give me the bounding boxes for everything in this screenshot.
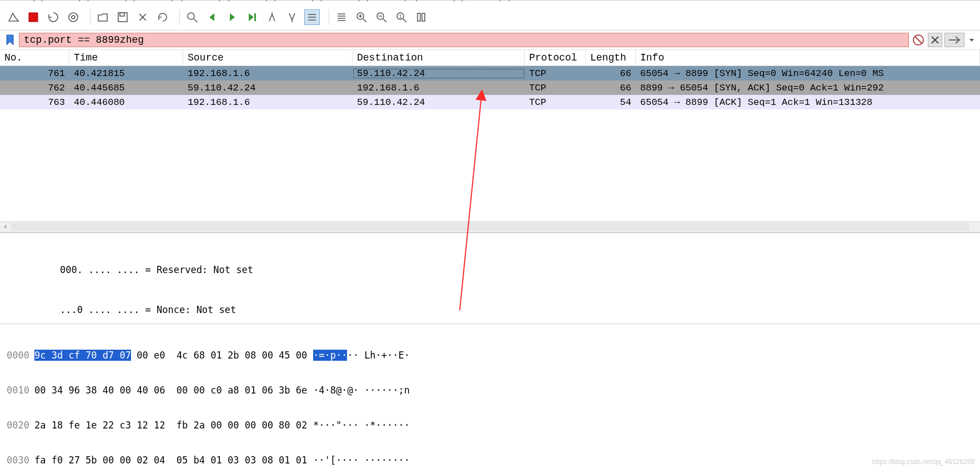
open-file-icon[interactable] [95,9,110,25]
hex-offset: 0020 [0,420,34,431]
filter-invalid-icon [911,33,926,47]
hex-offset: 0010 [0,385,34,396]
packet-list-scrollbar[interactable]: ‹ › [0,221,980,233]
resize-columns-icon[interactable] [414,9,429,25]
cell-info: 8899 → 65054 [SYN, ACK] Seq=0 Ack=1 Win=… [636,83,980,93]
svg-point-1 [69,13,78,22]
restart-capture-icon[interactable] [46,9,61,25]
hex-row[interactable]: 0030 fa f0 27 5b 00 00 02 04 05 b4 01 03… [0,455,980,466]
scroll-track[interactable] [11,223,969,231]
hex-row[interactable]: 0000 9c 3d cf 70 d7 07 00 e0 4c 68 01 2b… [0,350,980,361]
detail-line[interactable]: ...0 .... .... = Nonce: Not set [0,303,980,316]
filter-clear-icon[interactable] [928,33,942,47]
svg-rect-4 [120,13,124,16]
capture-options-icon[interactable] [66,9,81,25]
go-forward-icon[interactable] [224,9,240,25]
cell-source: 192.168.1.6 [183,68,353,79]
cell-no: 763 [0,97,69,108]
zoom-reset-icon[interactable]: 1 [394,9,409,25]
column-no[interactable]: No. [0,50,69,65]
svg-point-2 [72,16,75,19]
packet-bytes-pane[interactable]: 0000 9c 3d cf 70 d7 07 00 e0 4c 68 01 2b… [0,324,980,469]
cell-source: 59.110.42.24 [183,83,353,93]
menu-analyze[interactable]: 分析(A) [243,1,278,3]
column-destination[interactable]: Destination [353,50,525,65]
menu-stats[interactable]: 统计(S) [289,1,324,3]
column-protocol[interactable]: Protocol [525,50,586,65]
display-filter-input[interactable] [19,33,909,47]
go-to-packet-icon[interactable] [244,9,260,25]
menu-capture[interactable]: 捕获(C) [195,1,231,3]
column-length[interactable]: Length [586,50,636,65]
cell-length: 66 [586,83,636,93]
cell-time: 40.445685 [69,83,183,93]
packet-row[interactable]: 762 40.445685 59.110.42.24 192.168.1.6 T… [0,80,980,95]
detail-line[interactable]: 000. .... .... = Reserved: Not set [0,263,980,276]
cell-time: 40.446080 [69,97,183,108]
svg-rect-0 [29,13,38,22]
packet-list-header: No. Time Source Destination Protocol Len… [0,50,980,66]
colorize-icon[interactable] [334,9,349,25]
zoom-in-icon[interactable] [354,9,369,25]
hex-ascii: ·=·p···· Lh·+··E· [306,350,410,361]
svg-rect-11 [418,13,420,21]
hex-bytes: 9c 3d cf 70 d7 07 00 e0 4c 68 01 2b 08 0… [34,350,306,361]
reload-icon[interactable] [155,9,170,25]
go-last-icon[interactable] [284,9,300,25]
menu-bar: 文件(F) 编辑(E) 视图(V) 跳转(G) 捕获(C) 分析(A) 统计(S… [0,1,980,5]
cell-protocol: TCP [525,83,586,93]
column-info[interactable]: Info [636,50,980,65]
scroll-left-icon[interactable]: ‹ [0,222,11,232]
menu-go[interactable]: 跳转(G) [148,1,184,3]
menu-edit[interactable]: 编辑(E) [56,1,91,3]
packet-list[interactable]: 761 40.421815 192.168.1.6 59.110.42.24 T… [0,66,980,221]
hex-ascii: ·4·8@·@· ······;n [306,385,410,396]
filter-apply-icon[interactable] [944,33,964,47]
cell-no: 762 [0,83,69,93]
cell-no: 761 [0,68,69,79]
cell-destination: 59.110.42.24 [353,68,525,79]
shark-fin-icon[interactable] [6,9,21,25]
close-file-icon[interactable] [135,9,150,25]
packet-row[interactable]: 763 40.446080 192.168.1.6 59.110.42.24 T… [0,95,980,109]
display-filter-bar [0,31,980,50]
cell-destination: 59.110.42.24 [353,97,525,108]
filter-bookmark-icon[interactable] [3,33,17,47]
go-first-icon[interactable] [264,9,280,25]
autoscroll-icon[interactable] [304,9,320,25]
menu-telephony[interactable]: 电话(Y) [335,1,370,3]
menu-wireless[interactable]: 无线(W) [381,1,420,3]
filter-dropdown-icon[interactable] [967,33,977,47]
menu-help[interactable]: 帮助(H) [476,1,512,3]
menu-tools[interactable]: 工具(T) [430,1,465,3]
save-file-icon[interactable] [115,9,130,25]
svg-text:1: 1 [399,14,402,20]
cell-info: 65054 → 8899 [ACK] Seq=1 Ack=1 Win=13132… [636,97,980,108]
hex-offset: 0000 [0,350,34,361]
menu-file[interactable]: 文件(F) [10,1,44,3]
column-time[interactable]: Time [69,50,183,65]
zoom-out-icon[interactable] [374,9,389,25]
find-icon[interactable] [184,9,200,25]
cell-length: 54 [586,97,636,108]
hex-row[interactable]: 0010 00 34 96 38 40 00 40 06 00 00 c0 a8… [0,385,980,396]
hex-bytes: 00 34 96 38 40 00 40 06 00 00 c0 a8 01 0… [34,385,306,396]
hex-ascii: ··'[···· ········ [306,455,410,466]
hex-row[interactable]: 0020 2a 18 fe 1e 22 c3 12 12 fb 2a 00 00… [0,420,980,431]
svg-rect-6 [254,13,256,21]
hex-ascii: *···"··· ·*······ [306,420,410,431]
packet-row[interactable]: 761 40.421815 192.168.1.6 59.110.42.24 T… [0,66,980,80]
hex-bytes: 2a 18 fe 1e 22 c3 12 12 fb 2a 00 00 00 0… [34,420,306,431]
packet-details-pane[interactable]: 000. .... .... = Reserved: Not set ...0 … [0,233,980,324]
watermark: https://blog.csdn.net/qq_45126259 [872,458,974,466]
stop-capture-icon[interactable] [26,9,41,25]
menu-view[interactable]: 视图(V) [102,1,137,3]
hex-offset: 0030 [0,455,34,466]
cell-protocol: TCP [525,68,586,79]
cell-info: 65054 → 8899 [SYN] Seq=0 Win=64240 Len=0… [636,68,980,79]
go-back-icon[interactable] [204,9,220,25]
toolbar: 1 [0,5,980,31]
svg-point-5 [188,13,194,19]
column-source[interactable]: Source [183,50,353,65]
cell-protocol: TCP [525,97,586,108]
